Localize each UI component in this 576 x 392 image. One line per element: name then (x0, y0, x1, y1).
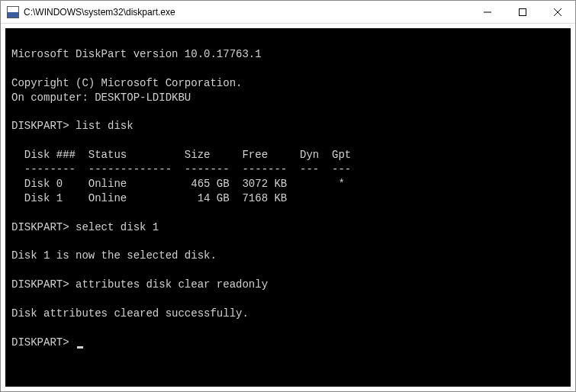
app-icon (7, 6, 19, 18)
terminal-line: Copyright (C) Microsoft Corporation. (11, 77, 242, 89)
maximize-button[interactable] (505, 1, 540, 23)
table-row: Disk 1 Online 14 GB 7168 KB (11, 192, 287, 204)
close-button[interactable] (540, 1, 575, 23)
table-separator: -------- ------------- ------- ------- -… (11, 163, 351, 175)
minimize-button[interactable] (470, 1, 505, 23)
text-cursor (77, 346, 83, 349)
titlebar[interactable]: C:\WINDOWS\system32\diskpart.exe (1, 1, 575, 24)
diskpart-prompt: DISKPART> (11, 221, 76, 233)
command-text: attributes disk clear readonly (76, 278, 268, 291)
command-text: list disk (76, 120, 134, 132)
terminal-line: On computer: DESKTOP-LDIDKBU (11, 92, 191, 104)
window-title: C:\WINDOWS\system32\diskpart.exe (24, 7, 470, 18)
diskpart-prompt: DISKPART> (11, 336, 76, 349)
diskpart-prompt: DISKPART> (11, 278, 76, 291)
diskpart-prompt: DISKPART> (11, 120, 76, 132)
terminal-line: Microsoft DiskPart version 10.0.17763.1 (11, 48, 262, 60)
terminal-output[interactable]: Microsoft DiskPart version 10.0.17763.1 … (5, 28, 571, 387)
table-header: Disk ### Status Size Free Dyn Gpt (11, 149, 351, 161)
svg-rect-1 (520, 8, 526, 15)
window-frame: C:\WINDOWS\system32\diskpart.exe Microso… (0, 0, 576, 392)
table-row: Disk 0 Online 465 GB 3072 KB * (11, 178, 345, 190)
window-controls (470, 1, 575, 23)
terminal-line: Disk attributes cleared successfully. (11, 307, 249, 320)
terminal-line: Disk 1 is now the selected disk. (11, 249, 217, 262)
command-text: select disk 1 (76, 221, 159, 233)
